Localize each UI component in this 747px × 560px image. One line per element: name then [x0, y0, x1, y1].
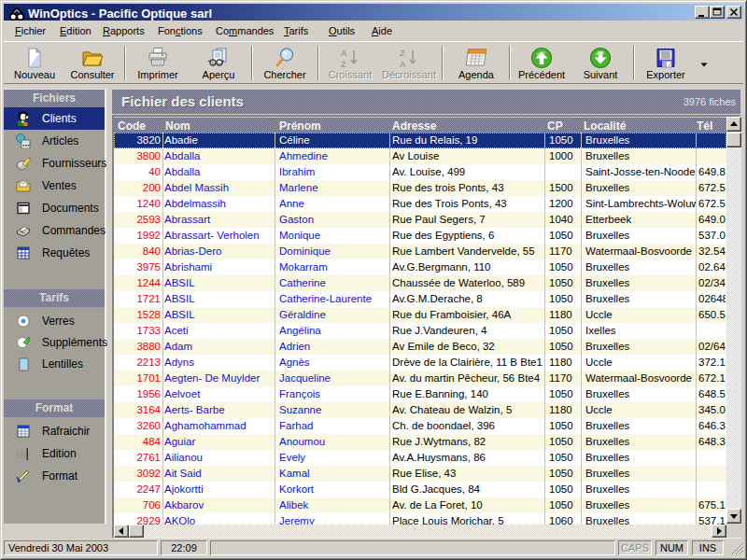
svg-text:Z: Z	[341, 60, 346, 69]
svg-text:A: A	[400, 60, 406, 69]
svg-text:A: A	[341, 49, 347, 58]
svg-text:Z: Z	[400, 49, 405, 58]
svg-text:ab: ab	[16, 449, 27, 459]
